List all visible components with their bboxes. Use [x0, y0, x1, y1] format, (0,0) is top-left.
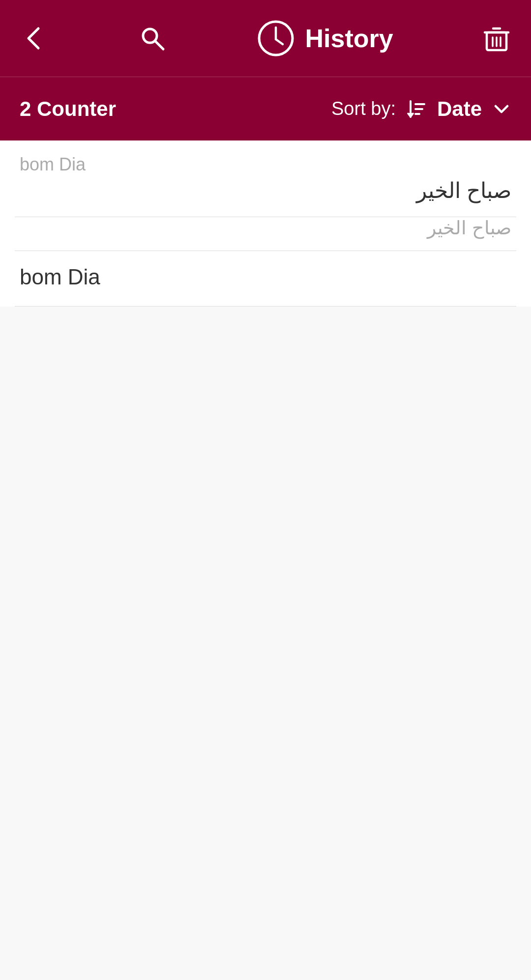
search-button[interactable] [138, 24, 167, 53]
search-icon [138, 24, 167, 53]
svg-line-4 [276, 39, 283, 44]
content-area: bom Dia صباح الخير صباح الخير bom Dia [0, 140, 531, 980]
target-text-1: صباح الخير [20, 178, 511, 203]
trash-icon [482, 24, 511, 53]
toolbar: 2 Counter Sort by: Date [0, 77, 531, 140]
svg-line-1 [155, 41, 163, 49]
page-title: History [305, 24, 393, 53]
header-title-area: History [256, 19, 393, 58]
delete-button[interactable] [482, 24, 511, 53]
row-divider-3 [15, 306, 516, 307]
back-arrow-icon [20, 24, 49, 53]
item-row-1: bom Dia صباح الخير [0, 140, 531, 217]
sort-value-label: Date [437, 97, 482, 121]
item-row-2: bom Dia [0, 251, 531, 306]
sort-direction-icon [406, 98, 427, 120]
sort-area[interactable]: Sort by: Date [331, 97, 511, 121]
clock-icon [256, 19, 295, 58]
dropdown-arrow-icon[interactable] [492, 99, 511, 119]
list-item[interactable]: bom Dia صباح الخير صباح الخير bom Dia [0, 140, 531, 307]
app-header: History [0, 0, 531, 77]
target-secondary-1: صباح الخير [0, 217, 531, 251]
back-button[interactable] [20, 24, 49, 53]
sort-by-label: Sort by: [331, 98, 396, 119]
counter-label: 2 Counter [20, 97, 331, 121]
source-text-1: bom Dia [20, 154, 511, 175]
source-text-2: bom Dia [20, 265, 511, 289]
